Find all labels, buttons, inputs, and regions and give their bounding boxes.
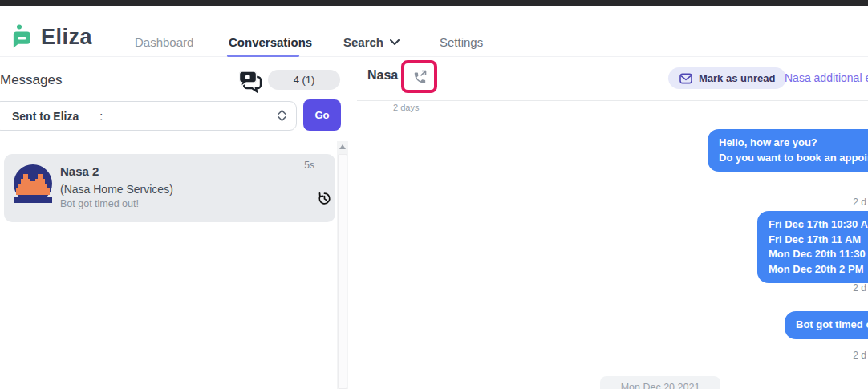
conversation-name: Nasa 2 [60,164,99,178]
phone-outgoing-icon [412,69,428,85]
filter-selected-value: Sent to Eliza [12,110,79,123]
message-count-value: 4 (1) [294,74,315,86]
chat-bubble: Bot got timed out! [785,311,868,339]
nav-search-label: Search [343,35,383,49]
brand-name: Eliza [41,25,92,50]
filter-suffix: : [99,110,103,123]
mark-as-unread-button[interactable]: Mark as unread [668,67,786,89]
conversation-time: 5s [265,160,314,171]
envelope-icon [679,73,692,84]
messages-title: Messages [0,72,62,88]
nav-item-settings[interactable]: Settings [440,35,483,49]
top-navbar: Eliza Dashboard Conversations Search Set… [0,6,868,57]
conversation-subtitle: (Nasa Home Services) [60,183,173,196]
message-line: Mon Dec 20th 11:30 AM [769,247,868,262]
brand-logo[interactable]: Eliza [11,24,92,50]
select-stepper-icon[interactable] [278,110,286,122]
message-filter-select[interactable]: Sent to Eliza : [0,101,297,131]
message-line: Bot got timed out! [796,318,868,333]
chat-header-divider [357,100,868,101]
go-button[interactable]: Go [303,99,341,131]
chevron-down-icon [390,39,400,46]
day-separator: 2 days [393,103,419,112]
message-line: Do you want to book an appointment? [719,151,868,166]
message-line: Mon Dec 20th 2 PM [769,262,868,278]
date-separator: Mon Dec 20 2021 [600,376,720,389]
message-timestamp: 2 d [802,197,866,208]
call-button-highlight[interactable] [401,60,437,93]
conversation-preview: Bot got timed out! [60,198,139,209]
app-window: Eliza Dashboard Conversations Search Set… [0,0,868,389]
avatar [14,164,52,203]
scroll-up-icon[interactable] [339,144,346,149]
history-icon[interactable] [317,191,332,206]
browser-top-strip [0,0,868,6]
chat-bubble: Hello, how are you? Do you want to book … [708,129,868,172]
mark-as-unread-label: Mark as unread [699,72,775,84]
eliza-logo-icon [11,24,35,50]
message-line: Hello, how are you? [719,136,868,151]
message-line: Fri Dec 17th 11 AM [769,233,868,248]
message-line: Fri Dec 17th 10:30 AM [769,217,868,233]
message-timestamp: 2 d [802,282,866,294]
chat-bubble: Fri Dec 17th 10:30 AM Fri Dec 17th 11 AM… [757,211,868,283]
active-tab-underline [227,55,299,57]
message-timestamp: 2 d [802,350,866,361]
scrollbar-thumb[interactable] [338,154,347,389]
nasa-additional-link[interactable]: Nasa additional e [785,71,868,84]
nav-item-conversations[interactable]: Conversations [229,35,312,49]
nav-item-dashboard[interactable]: Dashboard [135,35,193,49]
message-count-badge: 4 (1) [268,70,340,90]
chat-duo-icon [239,69,263,93]
nav-item-search[interactable]: Search [343,35,400,49]
